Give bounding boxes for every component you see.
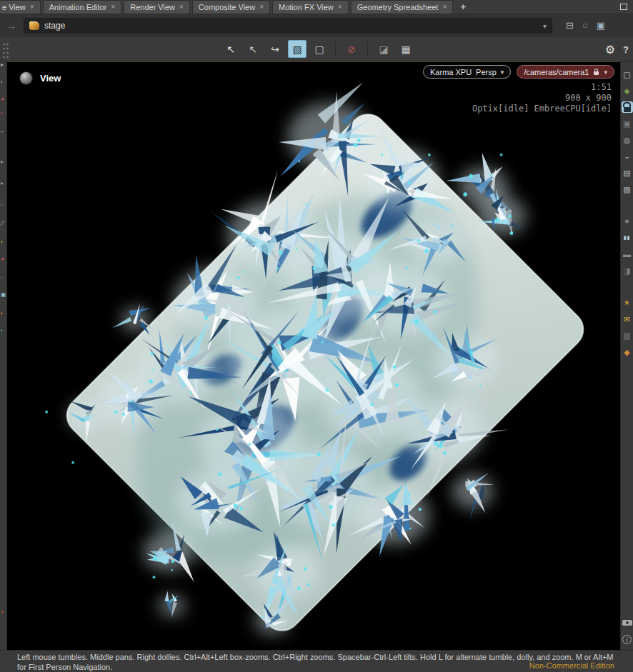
flat-icon[interactable]: ▤ (622, 167, 633, 179)
tab-close-icon[interactable]: × (30, 4, 34, 11)
tab-close-icon[interactable]: × (111, 4, 115, 11)
wand-icon[interactable]: ✶ (622, 216, 633, 227)
radio-icon[interactable]: ○ (582, 21, 588, 31)
chevron-down-icon[interactable]: ▾ (543, 22, 547, 30)
wire-icon[interactable]: ▩ (622, 184, 633, 195)
path-bar: → stage ▾ ⊟○▣ (0, 14, 633, 37)
mail-icon[interactable]: ✉ (622, 314, 633, 325)
left-strip-glyph[interactable]: ▸ (1, 61, 4, 68)
right-toolbar-strip: ▢◈▣◍◒▤▩✶▮▮▬◨☀✉▥◆ i (620, 61, 633, 650)
view-label: Persp (476, 68, 497, 76)
translate-tool[interactable]: ↪ (266, 40, 284, 58)
left-strip-glyph[interactable]: ▪ (1, 239, 3, 245)
leaf-icon[interactable]: ◈ (622, 85, 633, 96)
tab-close-icon[interactable]: × (259, 4, 264, 11)
panel-icon[interactable]: ▥ (622, 330, 633, 341)
left-strip-glyph[interactable]: ▸ (1, 180, 4, 186)
chevron-down-icon: ▾ (501, 69, 504, 76)
info-icon[interactable]: i (622, 635, 632, 644)
viewport-canvas[interactable]: View Karma XPU Persp ▾ /cameras/camera1 … (7, 61, 620, 650)
left-strip-glyph[interactable]: ◖ (1, 608, 4, 615)
viewport-help-text: Left mouse tumbles. Middle pans. Right d… (17, 652, 617, 672)
box-select-tool[interactable]: ▢ (310, 40, 329, 58)
pane-tab-e-view[interactable]: e View× (0, 0, 41, 14)
render-resolution: 900 x 900 (472, 93, 612, 104)
camera-path-label: /cameras/camera1 (524, 68, 589, 76)
camera-icon[interactable] (622, 617, 633, 628)
pin-icon[interactable]: ⊟ (566, 21, 574, 31)
tab-close-icon[interactable]: × (179, 4, 184, 11)
camera-selector[interactable]: /cameras/camera1 ▾ (517, 65, 614, 79)
left-strip-glyph[interactable]: ▣ (1, 291, 6, 298)
help-button[interactable]: ? (623, 44, 629, 55)
render-devices: Optix[idle] EmbreeCPU[idle] (472, 104, 612, 114)
render-image (7, 62, 620, 650)
pane-tab-motion-fx-view[interactable]: Motion FX View× (272, 0, 349, 14)
palette-icon[interactable]: ▣ (597, 21, 605, 31)
left-edge-strip: ▸▪◂▪⌐▸▸▫◸▪●▫▣▪▪◖ (0, 61, 7, 650)
left-strip-glyph[interactable]: ⌐ (1, 129, 4, 135)
render-region-tool[interactable]: ⊘ (342, 40, 361, 58)
view-pane-icon[interactable] (20, 72, 32, 84)
lock-icon[interactable] (622, 101, 633, 113)
tab-label: e View (2, 3, 26, 11)
tab-close-icon[interactable]: × (338, 4, 342, 11)
render-time: 1:51 (472, 82, 612, 93)
left-strip-glyph[interactable]: ◂ (1, 96, 4, 102)
left-strip-glyph[interactable]: ▪ (1, 110, 3, 116)
pane-title: View (40, 73, 61, 84)
snapshot-tool[interactable]: ◪ (374, 40, 393, 58)
tab-label: Motion FX View (279, 3, 334, 11)
box-icon[interactable]: ▣ (622, 118, 633, 129)
left-strip-glyph[interactable]: ▸ (1, 159, 4, 165)
stage-icon (29, 21, 39, 30)
select-tool[interactable]: ↖ (244, 40, 262, 58)
tab-label: Animation Editor (49, 3, 107, 11)
film-icon[interactable]: ▬ (622, 249, 633, 260)
display-icon[interactable]: ▢ (622, 69, 633, 80)
sun-icon[interactable]: ☀ (622, 297, 633, 309)
lasso-select-tool[interactable]: ↖ (221, 40, 240, 58)
diamond-icon[interactable]: ◆ (622, 346, 633, 358)
pane-tab-animation-editor[interactable]: Animation Editor× (43, 0, 122, 14)
forward-arrow-icon[interactable]: → (6, 20, 17, 31)
tab-label: Composite View (199, 3, 255, 11)
clap-icon[interactable]: ◨ (622, 265, 633, 276)
camera-lock-icon (594, 69, 599, 75)
stage-path-field[interactable]: stage ▾ (24, 18, 552, 34)
tab-label: Geometry Spreadsheet (357, 3, 439, 11)
globe-icon[interactable]: ◍ (622, 134, 633, 146)
path-bar-right-icons: ⊟○▣ (566, 21, 605, 31)
gear-icon[interactable]: ⚙ (605, 43, 615, 56)
left-strip-glyph[interactable]: ▫ (1, 274, 3, 281)
renderer-label: Karma XPU (430, 68, 472, 76)
left-strip-glyph[interactable]: ▪ (1, 327, 3, 334)
view-tool[interactable]: ▧ (288, 40, 306, 58)
left-strip-glyph[interactable]: ▪ (1, 79, 3, 85)
left-strip-glyph[interactable]: ▫ (1, 201, 3, 208)
main-area: ▸▪◂▪⌐▸▸▫◸▪●▫▣▪▪◖ View Karma XPU Persp ▾ … (0, 61, 633, 650)
left-strip-glyph[interactable]: ● (1, 256, 4, 262)
renderer-selector[interactable]: Karma XPU Persp ▾ (423, 65, 511, 79)
stage-path-value: stage (44, 21, 65, 31)
edition-label: Non-Commercial Edition (529, 661, 614, 670)
status-bar: Left mouse tumbles. Middle pans. Right d… (0, 650, 633, 672)
pane-tab-bar: e View×Animation Editor×Render View×Comp… (0, 0, 633, 14)
toolbar-separator (335, 42, 336, 56)
toolbar-separator (367, 42, 368, 56)
left-strip-glyph[interactable]: ◸ (1, 220, 5, 226)
maximize-icon[interactable] (620, 4, 627, 10)
pane-tab-geometry-spreadsheet[interactable]: Geometry Spreadsheet× (351, 0, 454, 14)
render-stats: 1:51 900 x 900 Optix[idle] EmbreeCPU[idl… (472, 82, 612, 114)
new-tab-button[interactable]: + (457, 1, 469, 12)
tab-close-icon[interactable]: × (442, 4, 447, 11)
pause-icon[interactable]: ▮▮ (622, 232, 633, 244)
pane-tab-composite-view[interactable]: Composite View× (192, 0, 270, 14)
drag-handle-icon[interactable] (1, 41, 9, 58)
tool-group: ↖↖↪▧▢⊘◪▦ (221, 40, 415, 58)
pane-tab-render-view[interactable]: Render View× (124, 0, 190, 14)
shade-icon[interactable]: ◒ (622, 151, 633, 162)
left-strip-glyph[interactable]: ▪ (1, 310, 3, 316)
background-tool[interactable]: ▦ (397, 40, 415, 58)
pane-tabs: e View×Animation Editor×Render View×Comp… (0, 0, 453, 14)
